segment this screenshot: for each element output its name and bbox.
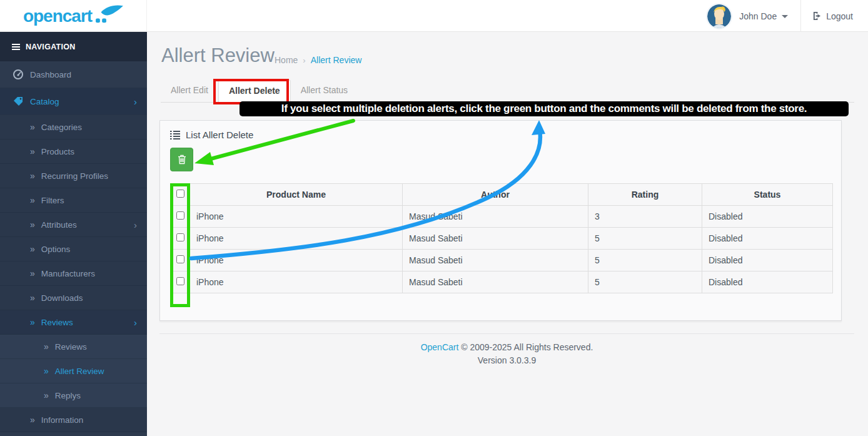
angle-double-right-icon: » xyxy=(30,317,35,327)
sidebar-item-label: Information xyxy=(41,415,84,425)
sidebar-item-label: Attributes xyxy=(41,220,77,230)
dashboard-icon xyxy=(13,69,24,79)
column-header-author: Author xyxy=(403,184,588,206)
opencart-logo[interactable]: opencart xyxy=(0,0,147,32)
angle-double-right-icon: » xyxy=(44,390,49,400)
sidebar-item-label: Filters xyxy=(41,196,64,205)
cell-rating: 5 xyxy=(588,228,702,250)
sidebar-item-allert-review[interactable]: » Allert Review xyxy=(0,359,147,383)
tab-allert-status[interactable]: Allert Status xyxy=(291,79,358,102)
copyright-text: © 2009-2025 All Rights Reserved. xyxy=(461,342,593,352)
cell-author: Masud Sabeti xyxy=(403,271,588,293)
breadcrumb-current[interactable]: Allert Review xyxy=(311,55,362,65)
sidebar-item-label: Dashboard xyxy=(30,70,71,79)
list-icon xyxy=(170,131,180,139)
cell-rating: 3 xyxy=(588,206,702,228)
breadcrumb-home[interactable]: Home xyxy=(275,55,298,65)
annotation-tooltip: If you select multiple deletion alerts, … xyxy=(240,101,849,116)
select-all-checkbox[interactable] xyxy=(176,190,184,198)
sidebar-item-label: Reviews xyxy=(55,342,87,352)
caret-down-icon xyxy=(782,15,788,18)
sidebar-item-options[interactable]: » Options xyxy=(0,237,147,261)
chevron-right-icon: › xyxy=(134,317,137,328)
tabs: Allert Edit Allert Delete Allert Status xyxy=(161,79,358,102)
sidebar-item-downloads[interactable]: » Downloads xyxy=(0,286,147,310)
sidebar-item-filters[interactable]: » Filters xyxy=(0,188,147,213)
angle-double-right-icon: » xyxy=(30,146,35,156)
tab-allert-edit[interactable]: Allert Edit xyxy=(161,79,218,102)
opencart-admin-window: opencart John Doe xyxy=(0,0,868,436)
bars-icon xyxy=(12,43,20,51)
angle-double-right-icon: » xyxy=(30,122,35,132)
opencart-footer-link[interactable]: OpenCart xyxy=(421,342,459,352)
row-checkbox[interactable] xyxy=(176,211,184,220)
logout-icon xyxy=(812,11,822,21)
avatar[interactable] xyxy=(706,3,732,29)
delete-button[interactable] xyxy=(170,148,193,171)
user-menu[interactable]: John Doe xyxy=(739,11,788,21)
logout-label: Logout xyxy=(826,11,853,21)
angle-double-right-icon: » xyxy=(30,268,35,278)
cell-status: Disabled xyxy=(702,250,833,271)
panel-heading: List Allert Delete xyxy=(160,121,841,140)
logout-button[interactable]: Logout xyxy=(801,0,868,32)
sidebar-item-categories[interactable]: » Categories xyxy=(0,115,147,139)
opencart-cart-icon xyxy=(96,4,123,24)
sidebar-item-replys[interactable]: » Replys xyxy=(0,383,147,408)
table-row: iPhone Masud Sabeti 5 Disabled xyxy=(171,250,833,271)
cell-product: iPhone xyxy=(190,228,403,250)
allert-delete-table: Product Name Author Rating Status iPhone… xyxy=(170,183,833,293)
sidebar-item-reviews-sub[interactable]: » Reviews xyxy=(0,335,147,359)
chevron-right-icon: › xyxy=(134,220,137,230)
cell-rating: 5 xyxy=(588,271,702,293)
angle-double-right-icon: » xyxy=(44,366,49,376)
cell-status: Disabled xyxy=(702,271,833,293)
column-header-product-name: Product Name xyxy=(190,184,403,206)
row-checkbox[interactable] xyxy=(176,255,184,263)
footer: OpenCart © 2009-2025 All Rights Reserved… xyxy=(159,333,854,365)
top-bar: opencart John Doe xyxy=(0,0,868,32)
angle-double-right-icon: » xyxy=(30,171,35,181)
row-checkbox[interactable] xyxy=(176,233,184,241)
row-checkbox[interactable] xyxy=(176,277,184,285)
sidebar-item-attributes[interactable]: » Attributes › xyxy=(0,213,147,237)
sidebar-item-label: Products xyxy=(41,147,74,156)
cell-status: Disabled xyxy=(702,228,833,250)
tab-allert-delete[interactable]: Allert Delete xyxy=(218,79,291,102)
sidebar-item-reviews[interactable]: » Reviews › xyxy=(0,310,147,335)
sidebar-item-label: Reviews xyxy=(41,318,73,327)
sidebar-item-label: Options xyxy=(41,245,71,254)
sidebar-item-label: Manufacturers xyxy=(41,269,95,278)
table-row: iPhone Masud Sabeti 5 Disabled xyxy=(171,228,833,250)
table-header-row: Product Name Author Rating Status xyxy=(171,184,833,206)
cell-product: iPhone xyxy=(190,206,403,228)
angle-double-right-icon: » xyxy=(30,195,35,205)
angle-double-right-icon: » xyxy=(30,244,35,254)
cell-author: Masud Sabeti xyxy=(403,228,588,250)
cell-status: Disabled xyxy=(702,206,833,228)
sidebar-item-catalog[interactable]: Catalog › xyxy=(0,88,147,115)
sidebar-item-label: Recurring Profiles xyxy=(41,171,108,181)
navigation-label: NAVIGATION xyxy=(26,43,76,51)
sidebar-item-label: Categories xyxy=(41,123,82,132)
opencart-logo-text: opencart xyxy=(23,6,92,26)
panel-heading-label: List Allert Delete xyxy=(186,129,253,140)
user-area: John Doe Logout xyxy=(706,0,868,32)
sidebar: NAVIGATION Dashboard Catalog › » Categor… xyxy=(0,32,147,436)
table-row: iPhone Masud Sabeti 3 Disabled xyxy=(171,206,833,228)
cell-product: iPhone xyxy=(190,250,403,271)
angle-double-right-icon: » xyxy=(30,293,35,303)
column-header-status: Status xyxy=(702,184,833,206)
sidebar-item-recurring-profiles[interactable]: » Recurring Profiles xyxy=(0,164,147,188)
sidebar-item-products[interactable]: » Products xyxy=(0,139,147,164)
sidebar-item-label: Catalog xyxy=(30,97,59,106)
copyright-line: OpenCart © 2009-2025 All Rights Reserved… xyxy=(159,342,854,352)
cell-author: Masud Sabeti xyxy=(403,250,588,271)
sidebar-item-dashboard[interactable]: Dashboard xyxy=(0,61,147,88)
sidebar-item-information[interactable]: » Information xyxy=(0,408,147,432)
column-header-rating: Rating xyxy=(588,184,702,206)
user-name-label: John Doe xyxy=(739,11,777,21)
cell-rating: 5 xyxy=(588,250,702,271)
cell-product: iPhone xyxy=(190,271,403,293)
sidebar-item-manufacturers[interactable]: » Manufacturers xyxy=(0,261,147,286)
